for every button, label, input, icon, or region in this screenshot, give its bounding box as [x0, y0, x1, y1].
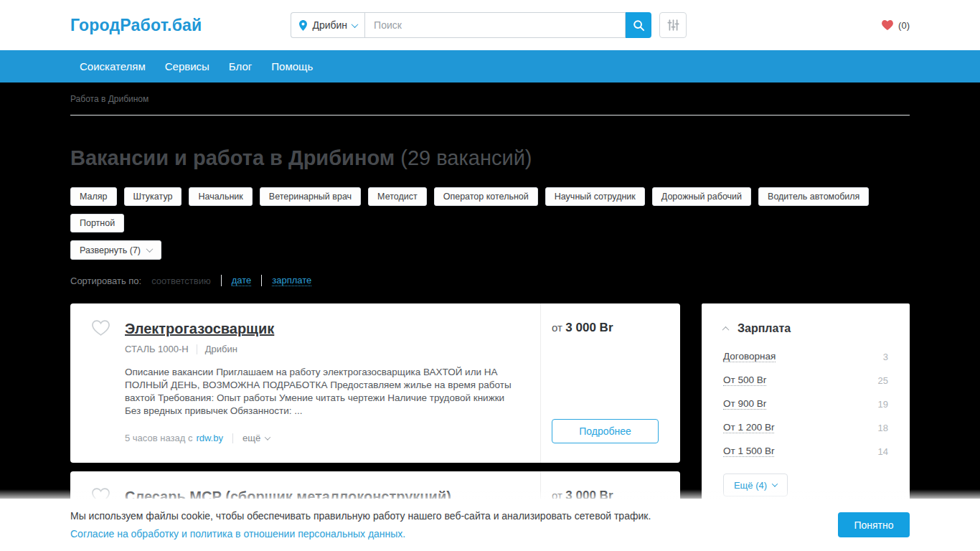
favorites-heart-icon — [882, 20, 893, 30]
favorites-counter[interactable]: (0) — [882, 20, 910, 31]
job-card: Электрогазосварщик СТАЛЬ 1000-Н Дрибин О… — [70, 303, 680, 463]
facet-ot-1200[interactable]: От 1 200 Br — [723, 422, 774, 433]
location-label: Дрибин — [312, 19, 347, 31]
salary-section-toggle[interactable]: Зарплата — [723, 322, 888, 335]
chip-shtukatur[interactable]: Штукатур — [124, 187, 182, 206]
chevron-down-icon — [146, 245, 154, 253]
divider — [232, 433, 233, 443]
job-source-link[interactable]: rdw.by — [196, 433, 223, 443]
main-nav: Соискателям Сервисы Блог Помощь — [0, 50, 980, 83]
job-salary-value: 3 000 Br — [565, 321, 613, 334]
facet-row: От 900 Br 19 — [723, 398, 888, 410]
chevron-down-icon — [772, 481, 778, 486]
job-description: Описание вакансии Приглашаем на работу э… — [125, 366, 518, 418]
chip-operator-kotelnoy[interactable]: Оператор котельной — [434, 187, 538, 206]
facet-count: 25 — [878, 375, 888, 386]
sort-label: Сортировать по: — [70, 276, 141, 286]
job-title-link[interactable]: Электрогазосварщик — [125, 321, 274, 337]
nav-item-blog[interactable]: Блог — [229, 60, 252, 72]
chip-metodist[interactable]: Методист — [368, 187, 427, 206]
chevron-down-icon — [265, 434, 270, 440]
page-title-text: Вакансии и работа в Дрибином — [70, 146, 395, 169]
vacancy-count: (29 вакансий) — [400, 146, 532, 169]
sort-option-relevance[interactable]: соответствию — [151, 276, 211, 286]
cookie-policy-link[interactable]: Согласие на обработку и политика в отнош… — [70, 528, 405, 540]
content-area: Работа в Дрибином Вакансии и работа в Др… — [0, 83, 980, 551]
nav-item-soiskatelyam[interactable]: Соискателям — [80, 60, 146, 72]
job-card-side: от 3 000 Br Подробнее — [540, 303, 680, 463]
facet-count: 14 — [878, 446, 888, 457]
salary-section-title: Зарплата — [738, 322, 791, 335]
sort-option-salary[interactable]: зарплате — [272, 275, 311, 286]
job-company: СТАЛЬ 1000-Н — [125, 344, 189, 354]
job-details-button[interactable]: Подробнее — [552, 419, 659, 443]
chip-nauchny-sotrudnik[interactable]: Научный сотрудник — [545, 187, 645, 206]
facet-row: Договорная 3 — [723, 351, 888, 362]
facet-row: От 1 200 Br 18 — [723, 422, 888, 433]
site-logo[interactable]: ГородРабот.бай — [70, 16, 202, 35]
location-pin-icon — [299, 20, 307, 31]
facet-count: 18 — [878, 423, 888, 433]
job-city: Дрибин — [205, 344, 237, 354]
cookie-accept-button[interactable]: Понятно — [838, 512, 910, 537]
facet-row: От 500 Br 25 — [723, 375, 888, 386]
search-filters-button[interactable] — [659, 12, 687, 38]
site-header: ГородРабот.бай Дрибин — [0, 0, 980, 50]
favorite-outline-icon[interactable] — [92, 320, 110, 339]
chevron-down-icon — [352, 21, 359, 28]
breadcrumb: Работа в Дрибином — [70, 94, 910, 104]
chip-dorozhny-rabochiy[interactable]: Дорожный рабочий — [652, 187, 751, 206]
job-salary: от 3 000 Br — [552, 321, 658, 335]
facet-count: 19 — [878, 399, 888, 410]
cookie-message: Мы используем файлы cookie, чтобы обеспе… — [70, 507, 651, 525]
facet-ot-1500[interactable]: От 1 500 Br — [723, 446, 774, 457]
favorites-count: (0) — [898, 20, 910, 31]
page-title: Вакансии и работа в Дрибином (29 ваканси… — [70, 146, 910, 170]
facet-dogovornaya[interactable]: Договорная — [723, 351, 776, 362]
job-salary-prefix: от — [552, 321, 562, 334]
search-button[interactable] — [626, 12, 651, 38]
chip-voditel-avtomobilya[interactable]: Водитель автомобиля — [758, 187, 869, 206]
chips-expand-button[interactable]: Развернуть (7) — [70, 240, 161, 260]
sort-bar: Сортировать по: соответствию дате зарпла… — [70, 275, 910, 286]
search-icon — [633, 19, 645, 32]
salary-more-label: Ещё (4) — [734, 480, 767, 491]
job-posted-ago: 5 часов назад с — [125, 433, 192, 443]
job-more-toggle[interactable]: ещё — [242, 433, 270, 443]
divider — [221, 275, 222, 286]
search-input[interactable] — [364, 12, 626, 38]
profession-chips: Маляр Штукатур Начальник Ветеринарный вр… — [70, 187, 910, 232]
chip-veterinarny-vrach[interactable]: Ветеринарный врач — [260, 187, 361, 206]
chips-expand-label: Развернуть (7) — [80, 245, 141, 255]
facet-row: От 1 500 Br 14 — [723, 446, 888, 457]
nav-item-servisy[interactable]: Сервисы — [165, 60, 209, 72]
breadcrumb-divider — [70, 115, 910, 116]
chevron-up-icon — [722, 326, 730, 333]
facet-ot-900[interactable]: От 900 Br — [723, 398, 766, 410]
location-select[interactable]: Дрибин — [291, 12, 364, 38]
divider — [197, 344, 197, 354]
cookie-banner: Мы используем файлы cookie, чтобы обеспе… — [0, 499, 980, 551]
chip-nachalnik[interactable]: Начальник — [189, 187, 252, 206]
facet-ot-500[interactable]: От 500 Br — [723, 375, 766, 386]
sort-option-date[interactable]: дате — [232, 275, 252, 286]
salary-more-button[interactable]: Ещё (4) — [723, 474, 788, 496]
facet-count: 3 — [883, 352, 888, 362]
salary-facets: Договорная 3 От 500 Br 25 От 900 Br 19 О… — [723, 351, 888, 457]
job-more-label: ещё — [242, 433, 260, 443]
search-bar: Дрибин — [291, 12, 687, 38]
filters-icon — [667, 19, 679, 32]
chip-malyar[interactable]: Маляр — [70, 187, 117, 206]
divider — [261, 275, 262, 286]
chip-portnoy[interactable]: Портной — [70, 214, 124, 232]
nav-item-pomosch[interactable]: Помощь — [271, 60, 313, 72]
